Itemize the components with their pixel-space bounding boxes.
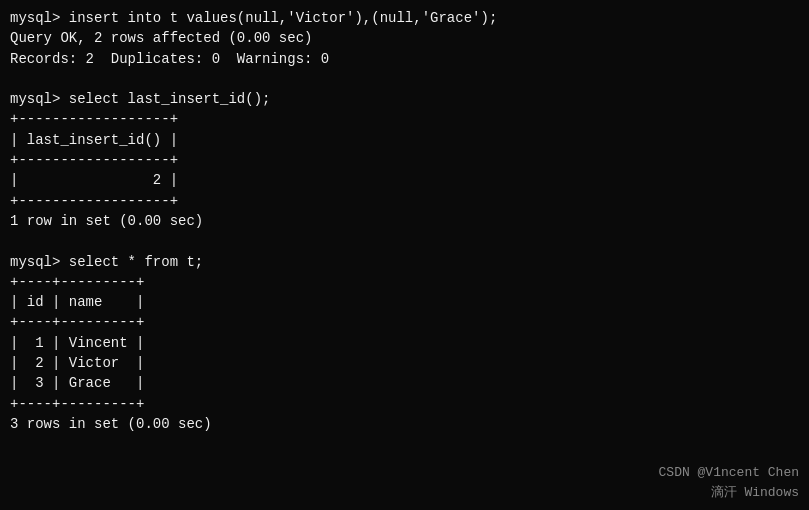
output-line: +------------------+	[10, 191, 799, 211]
output-line: | last_insert_id() |	[10, 130, 799, 150]
output-line: | 2 |	[10, 170, 799, 190]
watermark-line1: CSDN @V1ncent Chen	[659, 463, 799, 483]
output-line: +------------------+	[10, 150, 799, 170]
output-line: Query OK, 2 rows affected (0.00 sec)	[10, 28, 799, 48]
terminal: mysql> insert into t values(null,'Victor…	[0, 0, 809, 510]
output-line: Records: 2 Duplicates: 0 Warnings: 0	[10, 49, 799, 69]
output-line: 3 rows in set (0.00 sec)	[10, 414, 799, 434]
output-line: | 3 | Grace |	[10, 373, 799, 393]
empty-line	[10, 231, 799, 251]
output-line: +----+---------+	[10, 394, 799, 414]
output-line: +----+---------+	[10, 272, 799, 292]
output-line: | 2 | Victor |	[10, 353, 799, 373]
output-line: +------------------+	[10, 109, 799, 129]
empty-line	[10, 69, 799, 89]
output-line: +----+---------+	[10, 312, 799, 332]
prompt-line: mysql> select last_insert_id();	[10, 89, 799, 109]
prompt-line: mysql> select * from t;	[10, 252, 799, 272]
prompt-line: mysql> insert into t values(null,'Victor…	[10, 8, 799, 28]
watermark: CSDN @V1ncent Chen 滴汗 Windows	[659, 463, 799, 502]
output-line: 1 row in set (0.00 sec)	[10, 211, 799, 231]
output-line: | 1 | Vincent |	[10, 333, 799, 353]
output-line: | id | name |	[10, 292, 799, 312]
watermark-line2: 滴汗 Windows	[659, 483, 799, 503]
